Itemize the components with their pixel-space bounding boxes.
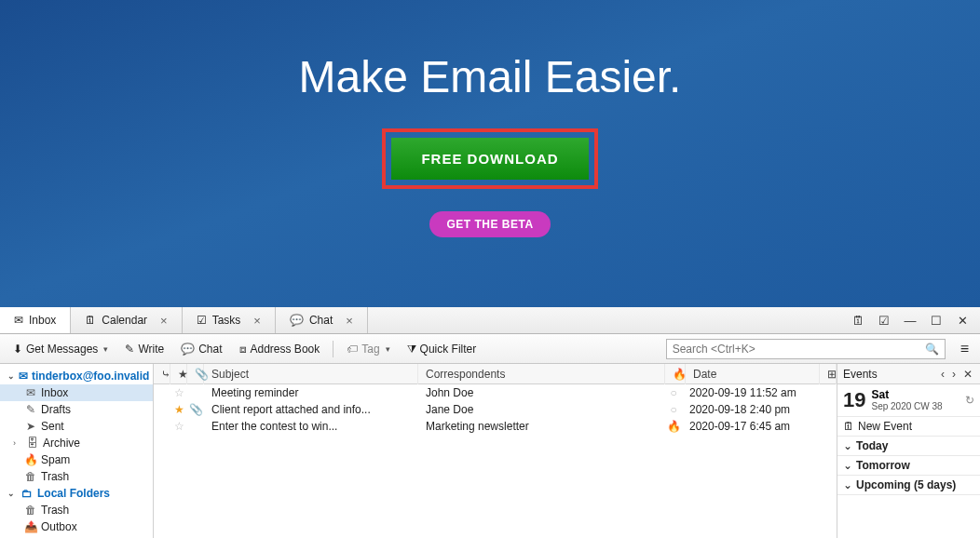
hero-title: Make Email Easier. xyxy=(299,51,682,102)
folder-local-trash[interactable]: 🗑Trash xyxy=(0,502,153,518)
chevron-down-icon[interactable]: ▾ xyxy=(103,344,108,354)
close-icon[interactable]: × xyxy=(346,314,353,328)
twisty-open-icon[interactable]: ⌄ xyxy=(7,489,17,498)
events-date[interactable]: 19 Sat Sep 2020 CW 38 ↻ xyxy=(837,384,980,417)
close-icon[interactable]: × xyxy=(253,314,261,328)
account-node[interactable]: ⌄ ✉ tinderbox@foo.invalid xyxy=(0,368,153,384)
chat-icon: 💬 xyxy=(290,314,304,327)
email-client-window: ✉ Inbox 🗓 Calendar × ☑ Tasks × 💬 Chat × … xyxy=(0,307,980,538)
local-folders-label: Local Folders xyxy=(37,487,110,500)
col-spam-indicator[interactable]: 🔥 xyxy=(665,364,686,384)
events-close-button[interactable]: ✕ xyxy=(961,368,974,381)
new-event-button[interactable]: 🗓 New Event xyxy=(837,417,980,437)
col-star[interactable]: ★ xyxy=(170,364,187,384)
events-section-today[interactable]: Today xyxy=(837,437,980,456)
folder-label: Archive xyxy=(43,437,80,450)
window-controls: 🗓 ☑ — ☐ ✕ xyxy=(840,307,980,333)
message-date: 2020-09-18 2:40 pm xyxy=(682,403,837,416)
folder-trash[interactable]: 🗑Trash xyxy=(0,468,153,485)
folder-outbox[interactable]: 📤Outbox xyxy=(0,518,153,535)
col-subject[interactable]: Subject xyxy=(204,364,418,384)
tab-tasks[interactable]: ☑ Tasks × xyxy=(183,307,276,333)
events-subdate: Sep 2020 CW 38 xyxy=(871,401,942,411)
events-section-tomorrow[interactable]: Tomorrow xyxy=(837,456,980,476)
free-download-button[interactable]: FREE DOWNLOAD xyxy=(391,138,588,180)
book-icon: ⧈ xyxy=(239,343,247,356)
events-header: Events ‹ › ✕ xyxy=(837,364,980,384)
chevron-down-icon[interactable]: ▾ xyxy=(386,344,390,354)
message-row[interactable]: ☆Meeting reminderJohn Doe○2020-09-19 11:… xyxy=(154,384,837,401)
col-thread[interactable]: ⤷ xyxy=(154,364,170,384)
folder-label: Outbox xyxy=(41,520,77,533)
star-icon[interactable]: ★ xyxy=(170,403,187,416)
maximize-button[interactable]: ☐ xyxy=(926,310,946,330)
quick-filter-button[interactable]: ⧩ Quick Filter xyxy=(400,339,484,359)
col-correspondents[interactable]: Correspondents xyxy=(418,364,665,384)
get-beta-button[interactable]: GET THE BETA xyxy=(429,211,550,237)
new-event-label: New Event xyxy=(858,420,912,433)
events-dow: Sat xyxy=(871,388,889,401)
hero-banner: Make Email Easier. FREE DOWNLOAD GET THE… xyxy=(0,0,980,307)
spam-indicator-icon: ○ xyxy=(665,403,682,416)
message-date: 2020-09-19 11:52 am xyxy=(682,386,837,399)
minimize-button[interactable]: — xyxy=(900,310,920,330)
folder-sent[interactable]: ➤Sent xyxy=(0,418,153,435)
tab-chat[interactable]: 💬 Chat × xyxy=(276,307,368,333)
star-icon[interactable]: ☆ xyxy=(170,386,187,399)
get-messages-button[interactable]: ⬇ Get Messages ▾ xyxy=(6,339,116,359)
tab-inbox[interactable]: ✉ Inbox xyxy=(0,307,71,333)
write-button[interactable]: ✎ Write xyxy=(117,339,171,359)
download-highlight-box: FREE DOWNLOAD xyxy=(382,128,597,189)
tab-calendar[interactable]: 🗓 Calendar × xyxy=(71,307,182,333)
folder-label: Trash xyxy=(41,504,69,517)
col-date[interactable]: Date xyxy=(686,364,820,384)
close-button[interactable]: ✕ xyxy=(952,310,973,330)
events-next-button[interactable]: › xyxy=(950,368,958,381)
address-book-button[interactable]: ⧈ Address Book xyxy=(232,339,328,359)
toolbar: ⬇ Get Messages ▾ ✎ Write 💬 Chat ⧈ Addres… xyxy=(0,334,980,364)
tag-icon: 🏷 xyxy=(347,343,358,356)
tool-label: Write xyxy=(138,343,164,356)
message-subject: Client report attached and info... xyxy=(204,403,418,416)
folder-inbox[interactable]: ✉Inbox xyxy=(0,384,153,401)
message-subject: Enter the contest to win... xyxy=(204,420,418,433)
star-icon[interactable]: ☆ xyxy=(170,420,187,433)
tasks-pane-icon[interactable]: ☑ xyxy=(874,310,894,330)
message-row[interactable]: ★📎Client report attached and info...Jane… xyxy=(154,401,837,418)
message-list: ⤷ ★ 📎 Subject Correspondents 🔥 Date ⊞ ☆M… xyxy=(154,364,837,538)
events-prev-button[interactable]: ‹ xyxy=(939,368,946,381)
tool-label: Quick Filter xyxy=(420,343,477,356)
col-picker[interactable]: ⊞ xyxy=(820,364,837,384)
folder-icon: 🗀 xyxy=(20,487,34,500)
inbox-icon: ✉ xyxy=(24,386,37,399)
close-icon[interactable]: × xyxy=(160,314,168,328)
calendar-today-icon[interactable]: 🗓 xyxy=(848,310,868,330)
trash-icon: 🗑 xyxy=(24,470,37,483)
events-pane: Events ‹ › ✕ 19 Sat Sep 2020 CW 38 ↻ 🗓 N… xyxy=(837,364,980,538)
events-section-upcoming[interactable]: Upcoming (5 days) xyxy=(837,476,980,495)
folder-spam[interactable]: 🔥Spam xyxy=(0,451,153,468)
spam-icon: 🔥 xyxy=(24,453,37,466)
menu-button[interactable]: ≡ xyxy=(955,337,974,361)
drafts-icon: ✎ xyxy=(24,403,37,416)
message-from: Marketing newsletter xyxy=(418,420,665,433)
folder-archive[interactable]: ›🗄Archive xyxy=(0,435,153,451)
message-row[interactable]: ☆Enter the contest to win...Marketing ne… xyxy=(154,418,837,435)
events-reload-icon[interactable]: ↻ xyxy=(965,394,974,407)
chat-button[interactable]: 💬 Chat xyxy=(173,339,229,359)
search-box[interactable]: 🔍 xyxy=(666,339,946,359)
search-input[interactable] xyxy=(673,343,925,356)
local-folders-node[interactable]: ⌄ 🗀 Local Folders xyxy=(0,485,153,502)
col-attachment[interactable]: 📎 xyxy=(187,364,204,384)
folder-tree: ⌄ ✉ tinderbox@foo.invalid ✉Inbox ✎Drafts… xyxy=(0,364,154,538)
events-title: Events xyxy=(843,368,878,381)
calendar-icon: 🗓 xyxy=(85,314,96,327)
folder-label: Inbox xyxy=(41,386,68,399)
twisty-open-icon[interactable]: ⌄ xyxy=(7,371,15,381)
tab-label: Tasks xyxy=(212,314,241,327)
folder-drafts[interactable]: ✎Drafts xyxy=(0,401,153,418)
twisty-closed-icon[interactable]: › xyxy=(13,438,22,448)
tool-label: Chat xyxy=(198,343,222,356)
tag-button[interactable]: 🏷 Tag ▾ xyxy=(339,339,397,359)
search-icon[interactable]: 🔍 xyxy=(925,343,939,356)
